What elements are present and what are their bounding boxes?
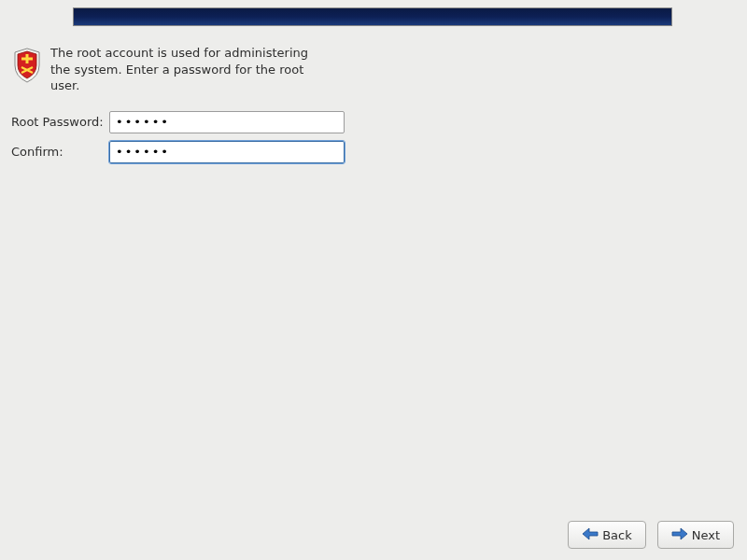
back-button[interactable]: Back: [568, 521, 646, 549]
confirm-password-input[interactable]: [109, 141, 345, 163]
next-button-label: Next: [692, 528, 720, 542]
shield-icon: [11, 47, 43, 84]
root-password-input[interactable]: [109, 111, 345, 133]
password-row: Root Password:: [11, 111, 345, 133]
footer-buttons: Back Next: [568, 521, 734, 549]
svg-rect-1: [21, 58, 33, 61]
confirm-row: Confirm:: [11, 141, 345, 163]
header-banner: [73, 7, 672, 26]
main-content: The root account is used for administeri…: [11, 45, 345, 171]
password-label: Root Password:: [11, 115, 109, 129]
arrow-right-icon: [671, 527, 688, 543]
intro-row: The root account is used for administeri…: [11, 45, 345, 94]
intro-text: The root account is used for administeri…: [50, 45, 321, 94]
back-button-label: Back: [602, 528, 632, 542]
next-button[interactable]: Next: [657, 521, 734, 549]
arrow-left-icon: [582, 527, 599, 543]
confirm-label: Confirm:: [11, 145, 109, 159]
